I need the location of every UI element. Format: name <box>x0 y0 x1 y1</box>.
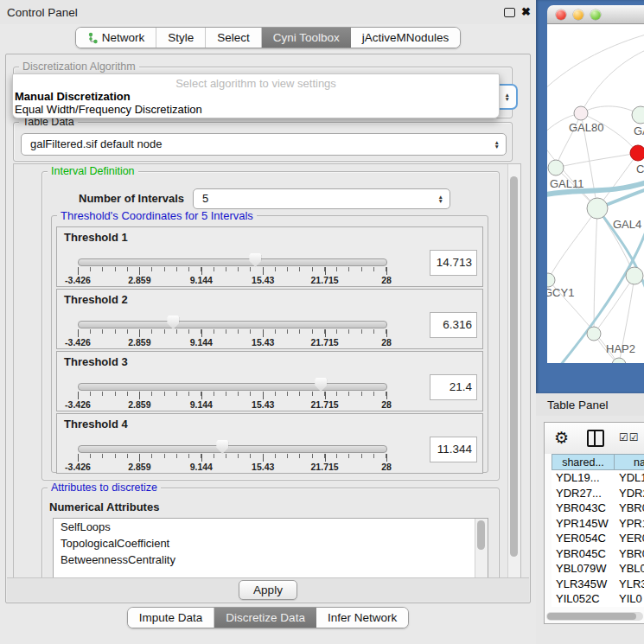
table-horizontal-scrollbar[interactable] <box>546 612 643 621</box>
slider-ticks <box>78 392 386 399</box>
slider-track[interactable] <box>78 383 387 391</box>
bottom-tab-bar: Impute DataDiscretize DataInfer Network <box>0 607 536 628</box>
tab-network[interactable]: Network <box>76 28 157 48</box>
network-view-window: GAL80GACGAL11GAL4GCY1HHAP2 <box>547 5 644 363</box>
combo-value: 5 <box>202 189 208 208</box>
numerical-attributes-list[interactable]: SelfLoopsTopologicalCoefficientBetweenne… <box>53 518 488 578</box>
slider-track[interactable] <box>78 445 387 453</box>
scale-label: 28 <box>381 337 392 348</box>
network-edge[interactable] <box>548 208 597 280</box>
table-data-group: Table Data galFiltered.sif default node … <box>13 122 513 162</box>
table-panel-titlebar: Table Panel <box>536 393 644 417</box>
close-icon[interactable]: ✖ <box>521 5 531 18</box>
table-row[interactable]: YPR145WYPR1 <box>552 516 644 532</box>
column-header[interactable]: na <box>614 454 644 470</box>
table-row[interactable]: YDL19...YDL1 <box>552 470 644 486</box>
threshold-value-field[interactable]: 6.316 <box>430 312 477 338</box>
zoom-traffic-light-icon[interactable] <box>590 10 601 20</box>
scrollbar-thumb[interactable] <box>547 613 636 620</box>
scale-label: 2.859 <box>128 462 150 472</box>
table-cell: YDL19... <box>552 470 613 486</box>
node-label: GAL80 <box>569 121 603 134</box>
tab-cyni-toolbox[interactable]: Cyni Toolbox <box>262 28 351 48</box>
table-row[interactable]: YBR043CYBR0 <box>552 501 644 516</box>
select-columns-icon[interactable]: ☑☑ <box>619 431 640 443</box>
tab-infer-network[interactable]: Infer Network <box>316 608 408 628</box>
tab-jactivemnodules[interactable]: jActiveMNodules <box>351 28 461 48</box>
number-of-intervals-combobox[interactable]: 5 ▲▼ <box>193 188 450 209</box>
table-panel-body: ⚙ ☑☑ shared...na YDL19...YDL1YDR27...YDR… <box>536 416 644 644</box>
dropdown-placeholder-item[interactable]: Select algorithm to view settings <box>13 77 499 90</box>
tab-discretize-data[interactable]: Discretize Data <box>214 608 316 628</box>
table-panel-title: Table Panel <box>547 399 609 411</box>
threshold-value-field[interactable]: 11.344 <box>430 437 477 462</box>
threshold-value-field[interactable]: 14.713 <box>430 250 477 276</box>
interval-definition-group: Interval Definition Number of Intervals … <box>41 171 500 481</box>
node-label: GA <box>634 124 644 137</box>
threshold-value-field[interactable]: 21.4 <box>430 374 477 400</box>
network-node-gal11[interactable] <box>548 160 564 175</box>
scale-label: 2.859 <box>128 337 150 348</box>
close-traffic-light-icon[interactable] <box>556 10 566 20</box>
slider-track[interactable] <box>78 258 387 266</box>
table-cell: YIL052C <box>552 591 613 607</box>
gear-icon[interactable]: ⚙ <box>554 428 569 448</box>
scale-label: 15.43 <box>252 275 274 285</box>
column-header[interactable]: shared... <box>552 454 614 470</box>
apply-button[interactable]: Apply <box>239 580 297 600</box>
table-cell: YLR345W <box>552 577 613 592</box>
scale-label: -3.426 <box>65 337 91 348</box>
attribute-item[interactable]: BetweennessCentrality <box>54 552 488 568</box>
minimize-traffic-light-icon[interactable] <box>573 10 583 20</box>
network-node-c[interactable] <box>630 145 644 161</box>
dropdown-option-equal-width[interactable]: Equal Width/Frequency Discretization <box>13 103 499 116</box>
table-cell: YDR27... <box>552 486 613 501</box>
table-data-combobox[interactable]: galFiltered.sif default node ▲▼ <box>21 133 507 156</box>
scale-label: 2.859 <box>128 275 150 285</box>
scale-label: 28 <box>381 275 392 285</box>
column-layout-icon[interactable] <box>587 430 604 447</box>
network-node-gal80[interactable] <box>574 106 588 120</box>
threshold-panel-4: Threshold 4-3.4262.8599.14415.4321.71528… <box>56 413 483 474</box>
network-node-gal4[interactable] <box>587 198 608 219</box>
attribute-item[interactable]: SelfLoops <box>54 519 488 535</box>
network-edge[interactable] <box>594 276 634 334</box>
tab-select[interactable]: Select <box>206 28 262 48</box>
table-row[interactable]: YLR345WYLR3 <box>552 577 644 592</box>
tab-style[interactable]: Style <box>156 28 206 48</box>
network-node-ga[interactable] <box>632 106 644 124</box>
network-node[interactable] <box>612 358 626 363</box>
network-window-titlebar[interactable] <box>547 5 644 24</box>
tab-impute-data[interactable]: Impute Data <box>128 608 215 628</box>
table-cell: YBR043C <box>552 501 613 516</box>
table-cell: YDL1 <box>613 470 644 486</box>
network-node-hap2[interactable] <box>587 327 601 341</box>
apply-bar: Apply <box>7 577 529 602</box>
slider-scale-labels: -3.4262.8599.14415.4321.71528 <box>78 275 386 285</box>
settings-scrollbar[interactable] <box>507 164 520 577</box>
table-row[interactable]: YER054CYER0 <box>552 531 644 546</box>
table-row[interactable]: YDR27...YDR2 <box>552 486 644 501</box>
network-edge[interactable] <box>581 50 644 113</box>
slider-scale-labels: -3.4262.8599.14415.4321.71528 <box>78 399 386 410</box>
network-edge[interactable] <box>594 208 597 334</box>
network-edge[interactable] <box>556 153 638 168</box>
slider-track[interactable] <box>78 321 387 328</box>
table-cell: YBR0 <box>613 546 644 562</box>
scrollbar-thumb[interactable] <box>510 176 518 557</box>
node-table[interactable]: shared...na YDL19...YDL1YDR27...YDR2YBR0… <box>552 454 644 611</box>
list-scrollbar[interactable] <box>475 519 488 578</box>
table-row[interactable]: YBL079WYBL0 <box>552 561 644 577</box>
combo-arrows-icon: ▲▼ <box>505 92 510 101</box>
attribute-item[interactable]: TopologicalCoefficient <box>54 535 488 552</box>
table-row[interactable]: YBR045CYBR0 <box>552 546 644 562</box>
scale-label: 2.859 <box>128 399 150 410</box>
network-node-h[interactable] <box>626 267 643 284</box>
network-canvas[interactable]: GAL80GACGAL11GAL4GCY1HHAP2 <box>547 24 644 363</box>
dropdown-option-manual[interactable]: Manual Discretization <box>13 90 499 103</box>
network-node-gcy1[interactable] <box>547 273 555 287</box>
slider-ticks <box>78 454 386 462</box>
float-panel-icon[interactable] <box>504 8 515 17</box>
table-row[interactable]: YIL052CYIL0 <box>552 591 644 607</box>
network-edge[interactable] <box>547 35 644 93</box>
